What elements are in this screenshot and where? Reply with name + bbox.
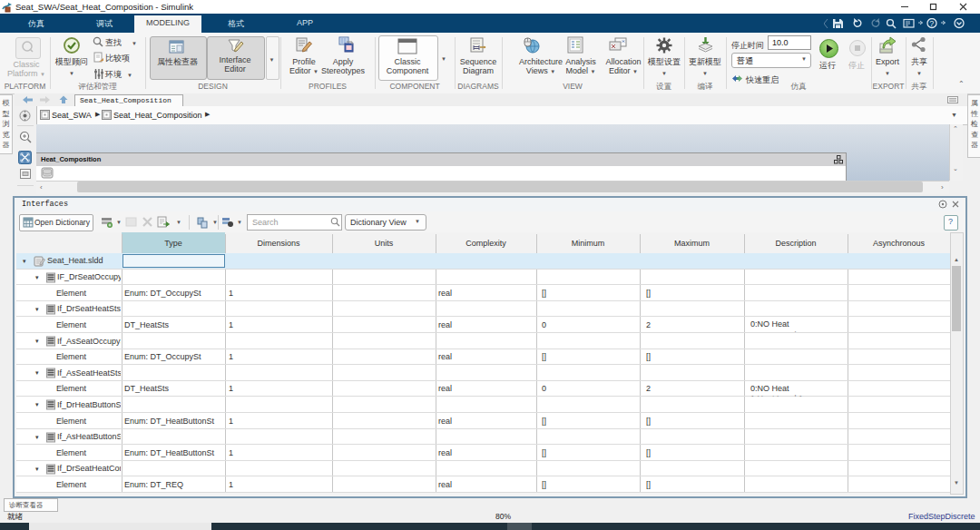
svg-text:?: ? (929, 19, 934, 28)
